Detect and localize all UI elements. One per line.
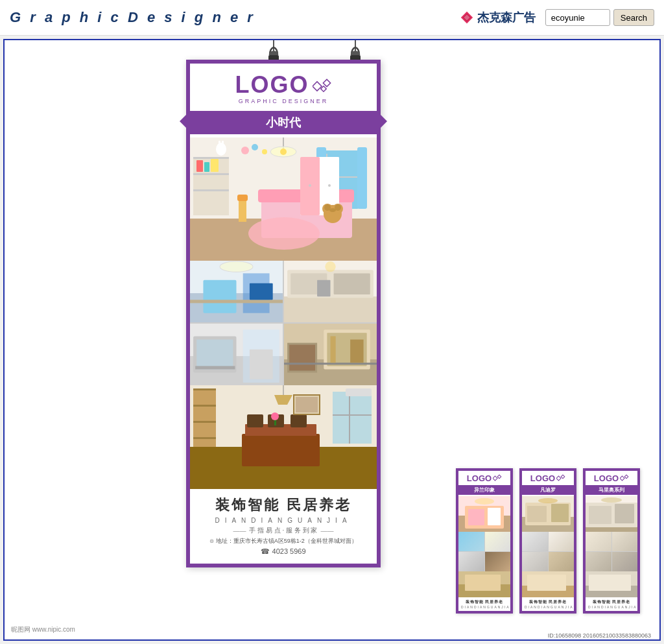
svg-point-62: [325, 261, 335, 272]
small-footer-1-main: 装饰智能 民居养老: [461, 599, 508, 605]
small-footer-2-main: 装饰智能 民居养老: [525, 599, 571, 605]
svg-rect-53: [190, 300, 283, 303]
canvas-area: LOGO GRAPHIC DESIGNER 小时代: [3, 39, 661, 641]
small-grid-cell-5: [522, 532, 548, 551]
logo-sub: GRAPHIC DESIGNER: [196, 98, 370, 104]
small-poster-3-logo: LOGO: [594, 474, 619, 483]
svg-rect-122: [527, 575, 566, 591]
svg-rect-61: [317, 280, 330, 297]
search-box[interactable]: Search: [545, 9, 654, 26]
small-poster-3-bottom: [586, 571, 637, 597]
svg-point-92: [271, 412, 279, 420]
small-grid-cell-1: [458, 532, 484, 551]
svg-rect-33: [328, 184, 331, 187]
search-button[interactable]: Search: [613, 9, 654, 26]
svg-rect-18: [193, 157, 229, 159]
svg-rect-83: [193, 405, 216, 407]
svg-point-55: [220, 261, 253, 272]
small-grid-cell-11: [586, 552, 611, 571]
room-cell-3: [190, 324, 283, 385]
svg-point-46: [241, 147, 249, 154]
small-poster-2-grid: [522, 532, 574, 571]
svg-rect-118: [551, 504, 569, 522]
svg-rect-20: [193, 189, 229, 191]
svg-rect-67: [196, 340, 233, 370]
small-poster-1-footer: 装饰智能 民居养老 DIANDIANGUANJIA: [458, 597, 510, 611]
main-room-svg: [190, 137, 377, 261]
svg-point-108: [475, 498, 494, 505]
svg-point-42: [329, 208, 336, 212]
svg-point-48: [262, 149, 267, 154]
small-poster-1-grid: [458, 532, 510, 571]
svg-point-43: [216, 143, 226, 156]
svg-rect-101: [493, 476, 497, 481]
svg-rect-57: [284, 296, 377, 322]
svg-rect-69: [250, 350, 273, 379]
small-grid-cell-6: [549, 532, 575, 551]
main-room-image: [190, 137, 377, 261]
svg-rect-111: [465, 575, 501, 591]
small-footer-1-sub: DIANDIANGUANJIA: [461, 605, 508, 609]
svg-rect-94: [349, 392, 350, 444]
footer-sub-text: DIANDIANGUANJIA: [200, 517, 367, 524]
svg-rect-82: [193, 388, 216, 390]
header: G r a p h i c D e s i g n e r 杰克森广告 Sear…: [0, 0, 664, 36]
small-grid-cell-7: [522, 552, 548, 571]
small-poster-3-footer: 装饰智能 民居养老 DIANDIANGUANJIA: [586, 597, 637, 611]
svg-rect-84: [193, 421, 216, 423]
footer-phone: ☎ 4023 5969: [200, 547, 367, 556]
main-poster: LOGO GRAPHIC DESIGNER 小时代: [186, 60, 381, 567]
svg-rect-54: [250, 283, 273, 300]
logo-diamond-icon: [313, 75, 332, 95]
logo-text: LOGO: [235, 73, 309, 97]
small-poster-2-logo: LOGO: [530, 474, 555, 483]
room-grid: [190, 261, 377, 385]
small-grid-cell-4: [485, 552, 511, 571]
small-footer-3-main: 装饰智能 民居养老: [588, 599, 635, 605]
small-grid-cell-8: [549, 552, 575, 571]
svg-rect-60: [334, 273, 370, 294]
svg-point-119: [538, 498, 558, 503]
small-footer-3-sub: DIANDIANGUANJIA: [588, 605, 635, 609]
small-grid-cell-10: [612, 532, 638, 551]
small-posters-container: LOGO 异兰印象: [456, 468, 640, 614]
svg-rect-129: [615, 504, 634, 523]
small-poster-3-main-room: [586, 496, 637, 532]
svg-rect-99: [296, 397, 318, 412]
bottom-room-image: [190, 385, 377, 489]
svg-rect-128: [589, 506, 611, 524]
svg-rect-44: [219, 141, 220, 147]
svg-rect-32: [309, 184, 311, 187]
small-poster-2-footer: 装饰智能 民居养老 DIANDIANGUANJIA: [522, 597, 574, 611]
room-cell-1: [190, 261, 283, 322]
svg-rect-100: [346, 388, 372, 396]
svg-rect-123: [620, 476, 624, 481]
svg-rect-68: [195, 366, 235, 369]
svg-rect-95: [333, 414, 372, 416]
svg-rect-88: [247, 414, 263, 427]
search-input[interactable]: [545, 9, 610, 26]
id-bar: ID:10658098 201605210033583880063: [546, 632, 653, 639]
small-poster-2-banner: 凡迪罗: [522, 485, 574, 495]
svg-rect-117: [527, 506, 547, 522]
svg-rect-86: [242, 434, 320, 466]
small-poster-1: LOGO 异兰印象: [456, 468, 513, 614]
banner-ribbon: 小时代: [190, 111, 377, 134]
svg-rect-93: [333, 392, 372, 444]
svg-rect-16: [357, 147, 367, 209]
small-poster-3-grid: [586, 532, 637, 571]
svg-rect-23: [211, 159, 219, 172]
small-poster-2-bottom: [522, 571, 574, 597]
small-poster-1-bottom: [458, 571, 510, 597]
footer-slogan: 手 指 易 点 · 服 务 到 家: [249, 526, 317, 535]
small-grid-cell-3: [458, 552, 484, 571]
small-poster-1-header: LOGO: [458, 471, 510, 484]
poster-inner: LOGO GRAPHIC DESIGNER 小时代: [186, 60, 381, 567]
svg-rect-51: [203, 280, 236, 313]
small-logo-icon-3: [620, 473, 629, 483]
svg-rect-112: [556, 476, 561, 481]
svg-rect-85: [193, 437, 216, 439]
small-poster-2-main-room: [522, 496, 574, 532]
small-poster-1-logo: LOGO: [467, 474, 492, 483]
svg-rect-45: [222, 141, 224, 147]
